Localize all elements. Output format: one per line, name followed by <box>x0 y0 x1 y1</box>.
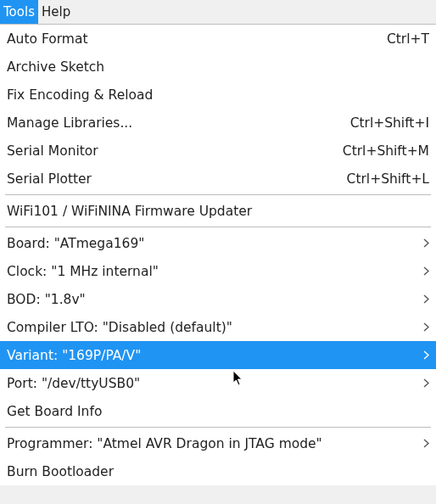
menu-label: Board: "ATmega169" <box>7 236 144 251</box>
menu-label: Archive Sketch <box>7 59 104 75</box>
menu-label: Port: "/dev/ttyUSB0" <box>7 376 140 391</box>
menu-item-wifi-updater[interactable]: WiFi101 / WiFiNINA Firmware Updater <box>0 197 436 225</box>
menubar-label-help: Help <box>42 0 70 24</box>
menu-item-board[interactable]: Board: "ATmega169" <box>0 229 436 257</box>
menu-separator <box>5 194 431 195</box>
menu-label: Get Board Info <box>7 404 102 419</box>
menu-item-port[interactable]: Port: "/dev/ttyUSB0" <box>0 369 436 397</box>
menu-separator <box>5 227 431 227</box>
menubar: Tools Help <box>0 0 436 25</box>
menu-label: Programmer: "Atmel AVR Dragon in JTAG mo… <box>7 436 322 451</box>
menu-item-compiler-lto[interactable]: Compiler LTO: "Disabled (default)" <box>0 313 436 341</box>
menu-label: Burn Bootloader <box>7 464 114 479</box>
menu-label: WiFi101 / WiFiNINA Firmware Updater <box>7 204 252 219</box>
menu-item-clock[interactable]: Clock: "1 MHz internal" <box>0 257 436 285</box>
menu-item-serial-plotter[interactable]: Serial Plotter Ctrl+Shift+L <box>0 165 436 193</box>
menu-label: Manage Libraries... <box>7 115 132 131</box>
menu-item-auto-format[interactable]: Auto Format Ctrl+T <box>0 25 436 53</box>
chevron-right-icon <box>421 294 429 304</box>
tools-menu: Auto Format Ctrl+T Archive Sketch Fix En… <box>0 25 436 485</box>
menu-accel: Ctrl+T <box>387 31 429 47</box>
menubar-item-help[interactable]: Help <box>38 0 74 24</box>
menu-label: BOD: "1.8v" <box>7 292 86 307</box>
menu-label: Variant: "169P/PA/V" <box>7 348 141 363</box>
menu-item-serial-monitor[interactable]: Serial Monitor Ctrl+Shift+M <box>0 137 436 165</box>
menu-item-burn-bootloader[interactable]: Burn Bootloader <box>0 457 436 485</box>
menu-separator <box>5 427 431 428</box>
menu-item-manage-libraries[interactable]: Manage Libraries... Ctrl+Shift+I <box>0 109 436 137</box>
menu-item-fix-encoding[interactable]: Fix Encoding & Reload <box>0 81 436 109</box>
menu-item-variant[interactable]: Variant: "169P/PA/V" <box>0 341 436 369</box>
chevron-right-icon <box>421 322 429 332</box>
menubar-item-tools[interactable]: Tools <box>0 0 38 24</box>
menu-accel: Ctrl+Shift+M <box>343 143 429 159</box>
menu-item-bod[interactable]: BOD: "1.8v" <box>0 285 436 313</box>
menu-item-get-board-info[interactable]: Get Board Info <box>0 397 436 425</box>
menu-item-archive-sketch[interactable]: Archive Sketch <box>0 53 436 81</box>
chevron-right-icon <box>421 238 429 248</box>
chevron-right-icon <box>421 439 429 448</box>
chevron-right-icon <box>421 266 429 276</box>
menu-item-programmer[interactable]: Programmer: "Atmel AVR Dragon in JTAG mo… <box>0 429 436 457</box>
menu-label: Fix Encoding & Reload <box>7 87 153 103</box>
menu-label: Auto Format <box>7 31 88 47</box>
menubar-label-tools: Tools <box>3 0 35 24</box>
menu-label: Compiler LTO: "Disabled (default)" <box>7 320 232 335</box>
menu-label: Serial Monitor <box>7 143 98 159</box>
chevron-right-icon <box>421 350 429 360</box>
chevron-right-icon <box>421 378 429 388</box>
menu-accel: Ctrl+Shift+I <box>350 115 429 131</box>
menu-accel: Ctrl+Shift+L <box>347 171 429 187</box>
menu-label: Serial Plotter <box>7 171 92 187</box>
menu-label: Clock: "1 MHz internal" <box>7 264 159 279</box>
